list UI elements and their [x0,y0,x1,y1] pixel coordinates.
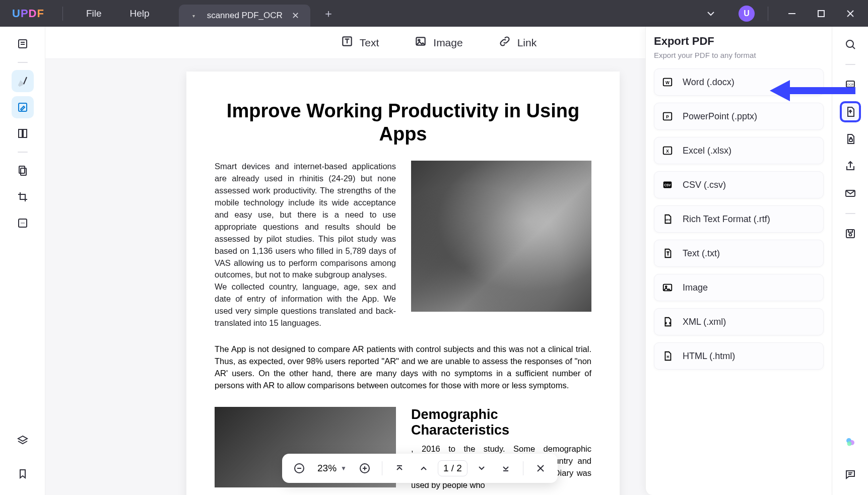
crop-icon[interactable] [12,186,34,208]
zoom-dropdown-icon[interactable]: ▼ [341,465,347,472]
email-icon[interactable] [840,183,861,204]
xml-icon [661,316,674,328]
export-image[interactable]: Image [654,274,824,301]
export-rtf[interactable]: RTF Rich Text Format (.rtf) [654,205,824,233]
page-number-text: 1 / 2 [443,463,462,474]
edit-text-label: Text [360,37,379,49]
edit-link-button[interactable]: Link [498,35,537,50]
edit-text-button[interactable]: Text [341,35,379,50]
minimize-button[interactable] [777,1,807,27]
reader-mode-icon[interactable] [12,33,34,55]
powerpoint-icon: P [661,110,674,122]
svg-rect-1 [818,11,824,17]
export-word[interactable]: W Word (.docx) [654,68,824,96]
pdf-page: Improve Working Productivity in Using Ap… [186,72,620,495]
edit-link-label: Link [517,37,537,49]
edit-mode-icon[interactable] [12,96,34,118]
app-logo: UPDF [0,7,53,20]
export-image-label: Image [683,282,708,293]
close-window-button[interactable] [836,1,865,27]
rtf-icon: RTF [661,213,674,225]
close-bar-button[interactable] [530,458,551,478]
page-number-field[interactable]: 1 / 2 [438,460,468,476]
svg-text:P: P [666,115,669,119]
export-subtitle: Export your PDF to any format [654,51,824,59]
export-csv-label: CSV (.csv) [683,180,726,190]
export-pdf-icon[interactable] [840,101,861,122]
ai-assistant-icon[interactable] [840,432,861,453]
svg-marker-13 [18,436,27,441]
export-csv[interactable]: CSV CSV (.csv) [654,171,824,198]
svg-rect-10 [19,166,25,173]
maximize-button[interactable] [807,1,836,27]
next-page-button[interactable] [472,458,492,478]
svg-line-40 [852,47,855,49]
edit-image-button[interactable]: Image [414,35,462,50]
organize-pages-icon[interactable] [12,160,34,182]
ocr-icon[interactable]: OCR [840,74,861,95]
doc-para1: Smart devices and internet-based applica… [215,162,396,279]
separator [768,7,768,21]
export-html[interactable]: H HTML (.html) [654,342,824,370]
menu-help[interactable]: Help [116,8,164,19]
export-powerpoint[interactable]: P PowerPoint (.pptx) [654,103,824,130]
last-page-button[interactable] [496,458,516,478]
export-title: Export PDF [654,35,824,48]
page-layout-icon[interactable] [12,122,34,145]
edit-image-label: Image [433,37,462,49]
separator [845,64,855,65]
tab-title: scanned PDF_OCR [207,11,283,21]
svg-point-49 [847,442,851,446]
share-icon[interactable] [840,156,861,177]
svg-point-27 [665,286,667,288]
new-tab-button[interactable]: ＋ [321,6,336,21]
titlebar: UPDF File Help ▾ scanned PDF_OCR ✕ ＋ U [0,0,868,27]
document-area: Text Image Link Improve Working Producti… [45,27,832,495]
html-icon: H [661,350,674,362]
protect-icon[interactable] [840,128,861,150]
highlight-icon[interactable] [12,70,34,92]
chevron-down-icon[interactable] [696,1,725,27]
word-icon: W [661,76,674,88]
svg-rect-11 [21,168,26,175]
export-excel[interactable]: X Excel (.xlsx) [654,137,824,164]
search-icon[interactable] [840,34,861,55]
zoom-percent: 23% [317,463,337,474]
redact-icon[interactable] [12,212,34,234]
svg-rect-43 [849,139,852,142]
svg-text:W: W [665,81,670,85]
txt-icon [661,247,674,259]
doc-para2: We collected country, language, age, sex… [215,282,396,327]
doc-title: Improve Working Productivity in Using Ap… [215,100,591,146]
svg-point-16 [418,39,420,41]
svg-text:H: H [667,355,670,359]
doc-image-top [411,161,591,312]
bookmark-icon[interactable] [12,463,34,485]
export-panel: Export PDF Export your PDF to any format… [645,27,832,495]
export-xml-label: XML (.xml) [683,317,726,327]
menu-file[interactable]: File [72,8,116,19]
layers-icon[interactable] [12,430,34,452]
text-tool-icon [341,35,354,50]
zoom-out-button[interactable] [289,458,309,478]
tab-dropdown-icon[interactable]: ▾ [190,12,198,20]
close-tab-icon[interactable]: ✕ [292,10,299,21]
link-tool-icon [498,35,511,50]
prev-page-button[interactable] [414,458,434,478]
zoom-value[interactable]: 23% ▼ [313,463,351,474]
zoom-in-button[interactable] [355,458,375,478]
export-xml[interactable]: XML (.xml) [654,308,824,335]
user-avatar[interactable]: U [739,6,755,22]
svg-rect-9 [23,129,27,137]
tab-document[interactable]: ▾ scanned PDF_OCR ✕ [179,5,310,27]
svg-rect-8 [19,129,22,137]
doc-column-left: Smart devices and internet-based applica… [215,161,396,329]
comment-icon[interactable] [840,464,861,485]
export-txt[interactable]: Text (.txt) [654,240,824,267]
save-icon[interactable] [840,223,861,244]
svg-text:RTF: RTF [665,219,671,222]
export-excel-label: Excel (.xlsx) [683,146,731,156]
separator [523,461,523,475]
csv-icon: CSV [661,179,674,191]
first-page-button[interactable] [389,458,410,478]
